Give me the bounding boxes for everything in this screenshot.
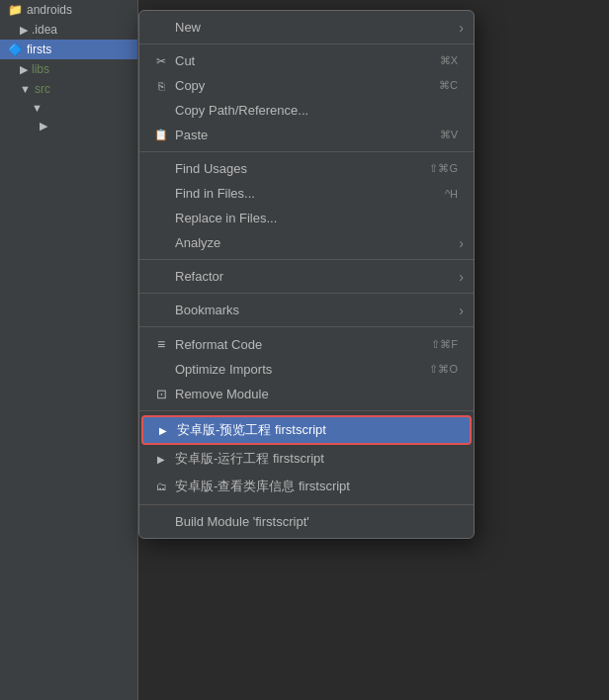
sidebar-item-src[interactable]: ▼ src [0, 79, 137, 99]
menu-item-copy-path[interactable]: Copy Path/Reference... [139, 98, 474, 123]
folder-icon-sm: ▶ [40, 120, 47, 132]
menu-item-android-preview[interactable]: ▶ 安卓版-预览工程 firstscript [141, 415, 472, 445]
context-menu: New ✂ Cut ⌘X ⎘ Copy ⌘C Copy Path/Referen… [138, 10, 475, 539]
folder-icon: ▶ [20, 63, 28, 76]
sidebar-item-libs[interactable]: ▶ libs [0, 59, 137, 79]
menu-item-replace-in-files[interactable]: Replace in Files... [139, 206, 474, 230]
menu-item-cut[interactable]: ✂ Cut ⌘X [139, 48, 474, 73]
menu-item-label: Analyze [175, 235, 458, 250]
menu-item-optimize-imports[interactable]: Optimize Imports ⇧⌘O [139, 357, 474, 382]
menu-item-reformat-code[interactable]: ≡ Reformat Code ⇧⌘F [139, 331, 474, 357]
menu-item-label: Remove Module [175, 387, 458, 401]
menu-item-label: Paste [175, 128, 416, 142]
menu-item-label: 安卓版-预览工程 firstscript [177, 421, 456, 439]
menu-item-label: Bookmarks [175, 303, 458, 317]
shortcut-cut: ⌘X [440, 54, 458, 67]
menu-item-paste[interactable]: 📋 Paste ⌘V [139, 123, 474, 147]
folder-icon: 📁 [8, 3, 23, 17]
sidebar-item-src-sub2[interactable]: ▶ [0, 117, 137, 135]
separator-6 [139, 410, 474, 411]
reformat-icon: ≡ [151, 336, 171, 352]
menu-item-bookmarks[interactable]: Bookmarks [139, 298, 474, 322]
menu-item-label: Build Module 'firstscript' [175, 514, 458, 529]
menu-item-label: New [175, 20, 458, 35]
copy-icon: ⎘ [151, 80, 171, 92]
menu-item-find-in-files[interactable]: Find in Files... ^H [139, 181, 474, 206]
sidebar-item-src-sub1[interactable]: ▼ [0, 99, 137, 117]
menu-item-label: Find in Files... [175, 186, 421, 201]
menu-item-analyze[interactable]: Analyze [139, 230, 474, 255]
sidebar: 📁 androids ▶ .idea 🔷 firsts ▶ libs ▼ src… [0, 0, 138, 700]
menu-item-new[interactable]: New [139, 15, 474, 40]
android-run-icon: ▶ [151, 454, 171, 465]
menu-item-copy[interactable]: ⎘ Copy ⌘C [139, 73, 474, 98]
module-icon: 🔷 [8, 43, 23, 56]
menu-item-remove-module[interactable]: ⊡ Remove Module [139, 382, 474, 406]
sidebar-item-label: src [35, 82, 50, 96]
folder-icon: ▶ [20, 24, 28, 37]
sidebar-item-androids[interactable]: 📁 androids [0, 0, 137, 20]
sidebar-item-label: firsts [27, 43, 51, 56]
paste-icon: 📋 [151, 129, 171, 141]
separator-3 [139, 259, 474, 260]
android-class-icon: 🗂 [151, 481, 171, 492]
shortcut-optimize-imports: ⇧⌘O [429, 363, 458, 376]
shortcut-copy: ⌘C [439, 79, 458, 92]
shortcut-find-usages: ⇧⌘G [429, 162, 458, 175]
menu-item-android-class[interactable]: 🗂 安卓版-查看类库信息 firstscript [139, 473, 474, 500]
menu-item-label: Reformat Code [175, 337, 407, 352]
menu-item-label: Find Usages [175, 161, 405, 176]
sidebar-item-idea[interactable]: ▶ .idea [0, 20, 137, 40]
menu-item-label: Replace in Files... [175, 211, 458, 225]
menu-item-label: Cut [175, 53, 416, 68]
shortcut-paste: ⌘V [440, 129, 458, 141]
menu-item-label: Copy [175, 78, 415, 93]
menu-item-label: Refactor [175, 269, 458, 284]
shortcut-find-in-files: ^H [445, 188, 458, 200]
collapse-icon: ▼ [32, 102, 43, 114]
sidebar-item-label: .idea [32, 23, 57, 37]
menu-item-label: Copy Path/Reference... [175, 103, 458, 118]
remove-module-icon: ⊡ [151, 387, 171, 401]
sidebar-item-label: androids [27, 3, 72, 17]
menu-item-label: 安卓版-查看类库信息 firstscript [175, 478, 458, 495]
sidebar-item-label: libs [32, 62, 49, 76]
separator-2 [139, 151, 474, 152]
separator-4 [139, 293, 474, 294]
shortcut-reformat: ⇧⌘F [431, 338, 458, 351]
menu-item-refactor[interactable]: Refactor [139, 264, 474, 289]
collapse-icon: ▼ [20, 83, 31, 95]
android-preview-icon: ▶ [153, 425, 173, 436]
menu-item-label: 安卓版-运行工程 firstscript [175, 450, 458, 468]
menu-item-find-usages[interactable]: Find Usages ⇧⌘G [139, 156, 474, 181]
menu-item-android-run[interactable]: ▶ 安卓版-运行工程 firstscript [139, 445, 474, 473]
menu-item-build-module[interactable]: Build Module 'firstscript' [139, 509, 474, 534]
separator-1 [139, 44, 474, 44]
sidebar-item-firsts[interactable]: 🔷 firsts [0, 40, 137, 59]
cut-icon: ✂ [151, 54, 171, 68]
separator-7 [139, 504, 474, 505]
menu-item-label: Optimize Imports [175, 362, 405, 377]
separator-5 [139, 326, 474, 327]
